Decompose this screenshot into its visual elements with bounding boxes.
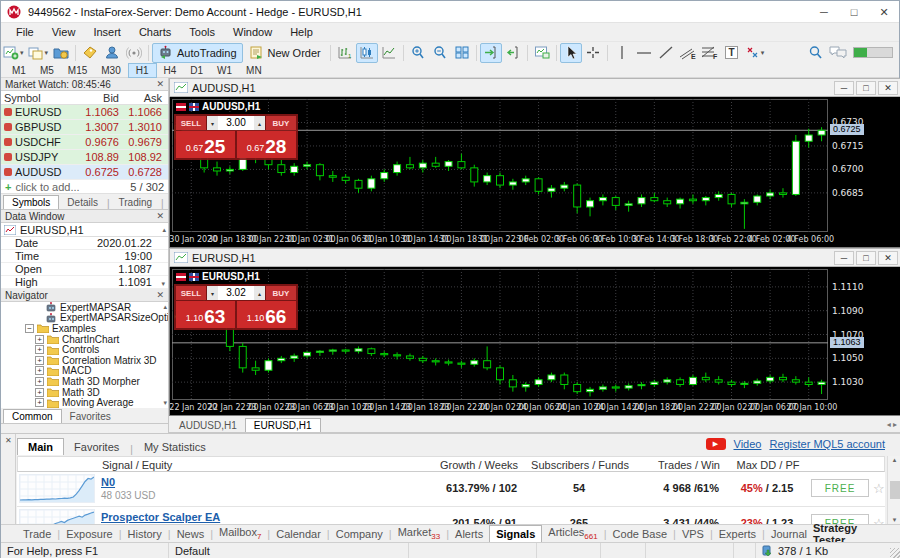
bottom-tab-experts[interactable]: Experts [713,526,762,542]
sell-button[interactable]: SELL [176,286,206,300]
chart-window-title-bar[interactable]: EURUSD,H1 ─ □ ✕ [169,248,900,267]
scroll-up-icon[interactable]: ▴ [162,226,166,234]
timeframe-w1[interactable]: W1 [210,64,239,77]
data-folder-button[interactable] [50,43,72,63]
chart-close-button[interactable]: ✕ [878,81,898,95]
templates-button[interactable] [531,43,553,63]
bar-chart-mode-button[interactable]: 1 [334,43,356,63]
buy-price-box[interactable]: 1.1066 [237,301,296,328]
market-watch-row-gbpusd[interactable]: GBPUSD1.30071.3010 [1,120,168,135]
timeframe-m30[interactable]: M30 [94,64,127,77]
zoom-in-button[interactable] [407,43,429,63]
fibonacci-button[interactable]: F [699,43,721,63]
sell-price-box[interactable]: 1.1063 [176,301,235,328]
scroll-up-icon[interactable]: ▴ [893,456,897,464]
menu-tools[interactable]: Tools [180,24,224,40]
market-watch-tab-symbols[interactable]: Symbols [3,195,59,209]
volume-value[interactable]: 3.00 [218,116,254,130]
sell-price-box[interactable]: 0.6725 [176,131,235,158]
maximize-button[interactable]: □ [839,1,869,23]
profiles-button[interactable]: ▾ [26,43,51,63]
close-button[interactable]: ✕ [869,1,899,23]
signal-row-2[interactable]: Prospector Scalper EA201.54% / 912653 43… [17,506,885,524]
expand-icon[interactable]: + [35,398,44,407]
status-profile[interactable]: Default [169,543,409,558]
new-chart-button[interactable]: ▾ [1,43,26,63]
close-icon[interactable]: ✕ [5,436,12,445]
navigator-item-macd[interactable]: +MACD [1,366,168,377]
timeframe-h1[interactable]: H1 [128,63,157,78]
expand-icon[interactable]: + [35,356,44,365]
chart-canvas[interactable]: 1.11101.10901.10701.10501.10301.106322 J… [169,267,900,416]
navigator-item-math-3d-morpher[interactable]: +Math 3D Morpher [1,376,168,387]
chart-canvas[interactable]: 0.67300.67150.67000.66850.672530 Jan 202… [169,97,900,248]
sell-button[interactable]: SELL [176,116,206,130]
toolbox-tab-main[interactable]: Main [17,438,64,455]
data-window-symbol-row[interactable]: EURUSD,H1 ▴ [1,223,168,237]
scroll-down-icon[interactable]: ▾ [163,399,167,407]
crosshair-button[interactable] [582,43,604,63]
navigator-tab-favorites[interactable]: Favorites [62,410,119,423]
chart-tab-audusd-h1[interactable]: AUDUSD,H1 [171,419,245,432]
chat-icon[interactable] [829,45,847,59]
new-order-button[interactable]: New Order [243,43,327,63]
signals-scrollbar[interactable]: ▴ ▾ [887,456,900,524]
bookmarks-button[interactable] [79,43,101,63]
close-icon[interactable]: ✕ [156,290,164,300]
bottom-tab-exposure[interactable]: Exposure [60,526,118,542]
timeframe-mn[interactable]: MN [239,64,269,77]
market-watch-tab-trading[interactable]: Trading [111,196,161,209]
equidistant-channel-button[interactable]: E [677,43,699,63]
favorite-star-icon[interactable]: ☆ [873,481,885,496]
collapse-icon[interactable]: − [25,324,34,333]
menu-view[interactable]: View [43,24,85,40]
buy-price-box[interactable]: 0.6728 [237,131,296,158]
scroll-down-icon[interactable]: ▾ [893,516,897,524]
navigator-item-expertmapsar[interactable]: ExpertMAPSAR [1,302,168,313]
market-watch-row-usdjpy[interactable]: USDJPY108.89108.92 [1,150,168,165]
tab-scroll-arrows[interactable]: ◂ ▸ [887,420,897,429]
menu-insert[interactable]: Insert [84,24,130,40]
bottom-tab-trade[interactable]: Trade [17,526,57,542]
buy-button[interactable]: BUY [266,286,296,300]
horizontal-line-button[interactable] [633,43,655,63]
timeframe-m5[interactable]: M5 [33,64,61,77]
navigator-item-expertmapsarsizeoptim[interactable]: ExpertMAPSARSizeOptim [1,313,168,324]
chart-shift-button[interactable] [502,43,524,63]
search-icon[interactable] [808,45,823,60]
chart-minimize-button[interactable]: ─ [834,81,854,95]
cursor-button[interactable] [560,43,582,63]
navigator-item-moving-average[interactable]: +Moving Average [1,397,168,408]
arrows-tool-button[interactable]: ▾ [743,43,767,63]
bottom-tab-articles[interactable]: Articles661 [542,524,603,543]
scroll-down-icon[interactable]: ▾ [161,280,165,288]
market-watch-row-eurusd[interactable]: EURUSD1.10631.1066 [1,105,168,120]
volume-value[interactable]: 3.02 [218,286,254,300]
chart-tab-eurusd-h1[interactable]: EURUSD,H1 [245,418,321,432]
expand-icon[interactable]: + [35,345,44,354]
scroll-up-icon[interactable]: ▴ [163,303,167,311]
volume-increase-button[interactable]: ▴ [254,116,265,130]
bottom-tab-code-base[interactable]: Code Base [607,526,673,542]
chart-close-button[interactable]: ✕ [878,251,898,265]
line-chart-mode-button[interactable] [378,43,400,63]
chart-minimize-button[interactable]: ─ [834,251,854,265]
timeframe-m1[interactable]: M1 [5,64,33,77]
navigator-tab-common[interactable]: Common [3,409,62,423]
timeframe-m15[interactable]: M15 [61,64,94,77]
bottom-tab-market[interactable]: Market33 [392,524,447,543]
expand-icon[interactable]: + [35,335,44,344]
volume-decrease-button[interactable]: ▾ [207,116,218,130]
expand-icon[interactable]: + [35,377,44,386]
toolbox-tab-favorites[interactable]: Favorites [64,439,129,455]
menu-file[interactable]: File [7,24,43,40]
navigator-item-math-3d[interactable]: +Math 3D [1,387,168,398]
menu-help[interactable]: Help [281,24,322,40]
candlestick-mode-button[interactable] [356,43,378,63]
zoom-out-button[interactable] [429,43,451,63]
free-button[interactable]: FREE [811,479,869,497]
text-tool-button[interactable]: T [721,43,743,63]
chart-maximize-button[interactable]: □ [856,81,876,95]
autotrading-button[interactable]: AutoTrading [152,43,243,63]
signals-service-button[interactable] [123,43,145,63]
